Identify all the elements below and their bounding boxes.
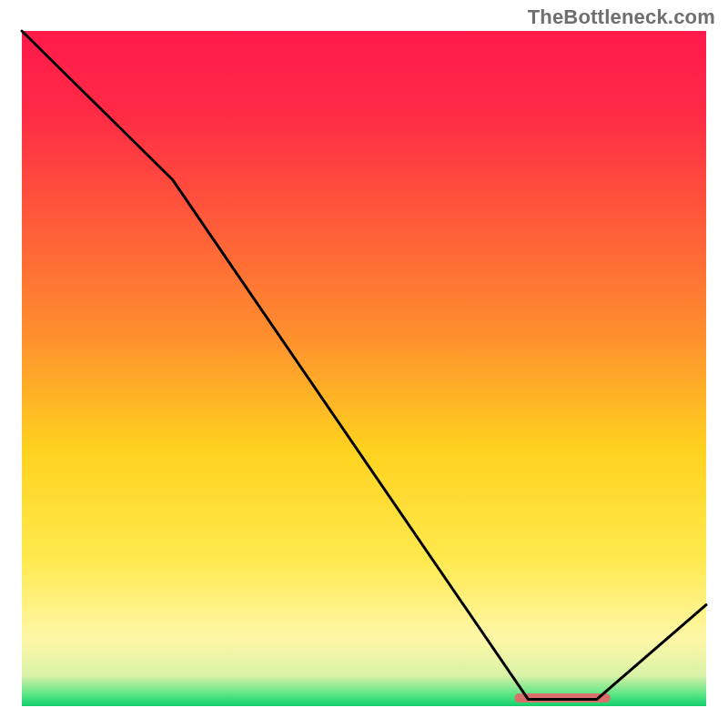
watermark-text: TheBottleneck.com — [528, 5, 715, 29]
bottleneck-chart — [0, 0, 728, 728]
chart-container: TheBottleneck.com — [0, 0, 728, 728]
